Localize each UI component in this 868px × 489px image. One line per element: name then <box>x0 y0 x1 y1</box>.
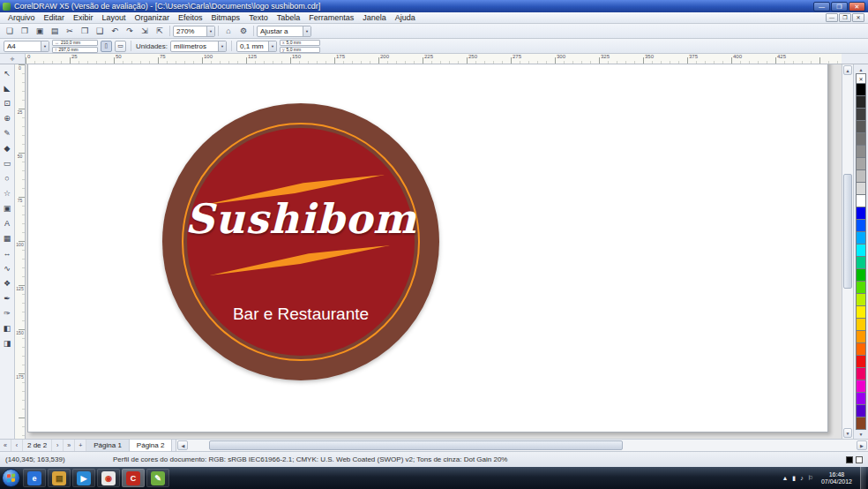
crop-tool-icon[interactable]: ⊡ <box>1 95 14 110</box>
color-swatch[interactable] <box>856 393 866 405</box>
taskbar-coreldraw[interactable]: C <box>122 469 145 487</box>
zoom-level-combo[interactable]: 270% ▼ <box>173 26 215 37</box>
paper-size-combo[interactable]: A4 ▼ <box>4 41 49 52</box>
scroll-left-icon[interactable]: ◀ <box>177 440 188 450</box>
interactive-fill-icon[interactable]: ◨ <box>1 335 14 350</box>
menu-item[interactable]: Editar <box>40 12 70 23</box>
copy-icon[interactable]: ❒ <box>78 25 92 37</box>
minimize-button[interactable]: — <box>813 2 830 11</box>
color-swatch[interactable] <box>856 133 866 146</box>
table-tool-icon[interactable]: ▦ <box>1 230 14 245</box>
chevron-down-icon[interactable]: ▼ <box>206 26 214 36</box>
taskbar-paint[interactable]: ✎ <box>146 469 169 487</box>
color-swatch[interactable] <box>856 146 866 158</box>
units-combo[interactable]: milímetros ▼ <box>170 41 227 52</box>
menu-item[interactable]: Exibir <box>69 12 98 23</box>
logo-subtitle-text[interactable]: Bar e Restaurante <box>162 305 439 324</box>
taskbar-chrome[interactable]: ◉ <box>97 469 120 487</box>
last-page-button[interactable]: » <box>64 440 75 451</box>
color-swatch[interactable] <box>856 96 866 109</box>
portrait-button[interactable]: ▯ <box>101 41 112 52</box>
color-swatch[interactable] <box>856 244 866 257</box>
tray-network-icon[interactable]: ▮ <box>792 475 796 482</box>
menu-item[interactable]: Bitmaps <box>207 12 245 23</box>
paste-icon[interactable]: ❑ <box>93 25 107 37</box>
palette-scroll-up-icon[interactable]: ▲ <box>855 65 867 73</box>
tray-hidden-icons-icon[interactable]: ▲ <box>782 475 788 482</box>
color-swatch[interactable] <box>856 418 866 430</box>
color-swatch[interactable] <box>856 294 866 306</box>
print-icon[interactable]: ▤ <box>48 25 62 37</box>
taskbar-media-player[interactable]: ▶ <box>72 469 95 487</box>
color-swatch[interactable] <box>856 109 866 121</box>
rectangle-tool-icon[interactable]: ▭ <box>1 155 14 170</box>
color-swatch[interactable] <box>856 121 866 133</box>
eyedropper-tool-icon[interactable]: ✒ <box>1 290 14 305</box>
menu-item[interactable]: Efeitos <box>174 12 207 23</box>
color-swatch[interactable] <box>856 380 866 393</box>
text-tool-icon[interactable]: A <box>1 215 14 230</box>
outline-pen-icon[interactable]: ✑ <box>1 305 14 320</box>
freehand-tool-icon[interactable]: ✎ <box>1 125 14 140</box>
doc-close-button[interactable]: ✕ <box>852 13 864 22</box>
zoom-tool-icon[interactable]: ⊕ <box>1 110 14 125</box>
outline-color-indicator[interactable] <box>856 456 863 463</box>
taskbar-internet-explorer[interactable]: e <box>23 469 46 487</box>
close-button[interactable]: ✕ <box>849 2 865 11</box>
color-swatch[interactable] <box>856 195 866 207</box>
page-tab[interactable]: Página 2 <box>130 440 173 451</box>
color-swatch[interactable] <box>856 269 866 282</box>
logo-artwork[interactable]: Sushibom Bar e Restaurante <box>162 103 439 380</box>
redo-icon[interactable]: ↷ <box>123 25 137 37</box>
scroll-up-icon[interactable]: ▲ <box>843 65 852 75</box>
color-swatch[interactable] <box>856 331 866 343</box>
scroll-down-icon[interactable]: ▼ <box>843 428 852 438</box>
tray-action-center-icon[interactable]: ⚐ <box>808 475 813 482</box>
export-icon[interactable]: ⇱ <box>153 25 167 37</box>
start-button[interactable] <box>2 469 20 487</box>
color-swatch[interactable] <box>856 158 866 170</box>
menu-item[interactable]: Tabela <box>273 12 305 23</box>
color-swatch[interactable] <box>856 232 866 244</box>
options-icon[interactable]: ⚙ <box>236 25 251 37</box>
shape-tool-icon[interactable]: ◣ <box>1 80 14 95</box>
color-swatch[interactable] <box>856 368 866 380</box>
first-page-button[interactable]: « <box>0 440 11 451</box>
menu-item[interactable]: Organizar <box>131 12 175 23</box>
horizontal-scrollbar[interactable]: ◀ ▶ <box>176 440 868 451</box>
vertical-scrollbar[interactable]: ▲ ▼ <box>842 64 853 439</box>
page-width-field[interactable]: ↔210,0 mm <box>52 40 98 46</box>
color-swatch[interactable] <box>856 405 866 418</box>
undo-icon[interactable]: ↶ <box>108 25 122 37</box>
spinner-icon[interactable]: ▼ <box>268 41 276 51</box>
menu-item[interactable]: Ajuda <box>391 12 420 23</box>
palette-scroll-down-icon[interactable]: ▼ <box>855 430 867 438</box>
color-swatch[interactable] <box>856 207 866 220</box>
landscape-button[interactable]: ▭ <box>115 41 126 52</box>
color-swatch[interactable] <box>856 306 866 319</box>
nudge-distance-field[interactable]: 0,1 mm ▼ <box>236 41 277 52</box>
chevron-down-icon[interactable]: ▼ <box>303 26 311 36</box>
canvas[interactable]: Sushibom Bar e Restaurante <box>26 64 842 439</box>
chevron-down-icon[interactable]: ▼ <box>41 41 49 51</box>
vertical-ruler[interactable]: 0255075100125150175 <box>15 64 26 439</box>
blend-tool-icon[interactable]: ❖ <box>1 275 14 290</box>
no-color-swatch[interactable]: ✕ <box>856 73 866 84</box>
horizontal-scroll-track[interactable] <box>189 440 856 450</box>
color-swatch[interactable] <box>856 319 866 331</box>
color-swatch[interactable] <box>856 356 866 368</box>
basic-shapes-tool-icon[interactable]: ▣ <box>1 200 14 215</box>
fill-tool-icon[interactable]: ◧ <box>1 320 14 335</box>
smart-fill-tool-icon[interactable]: ◆ <box>1 140 14 155</box>
taskbar-clock[interactable]: 16:48 07/04/2012 <box>818 471 856 485</box>
color-swatch[interactable] <box>856 257 866 269</box>
menu-item[interactable]: Texto <box>244 12 273 23</box>
fill-color-indicator[interactable] <box>846 456 853 463</box>
color-swatch[interactable] <box>856 84 866 96</box>
save-icon[interactable]: ▣ <box>33 25 47 37</box>
page-height-field[interactable]: ↕297,0 mm <box>52 47 98 53</box>
color-swatch[interactable] <box>856 220 866 232</box>
menu-item[interactable]: Janela <box>358 12 391 23</box>
previous-page-button[interactable]: ‹ <box>11 440 23 451</box>
menu-item[interactable]: Arquivo <box>4 12 40 23</box>
